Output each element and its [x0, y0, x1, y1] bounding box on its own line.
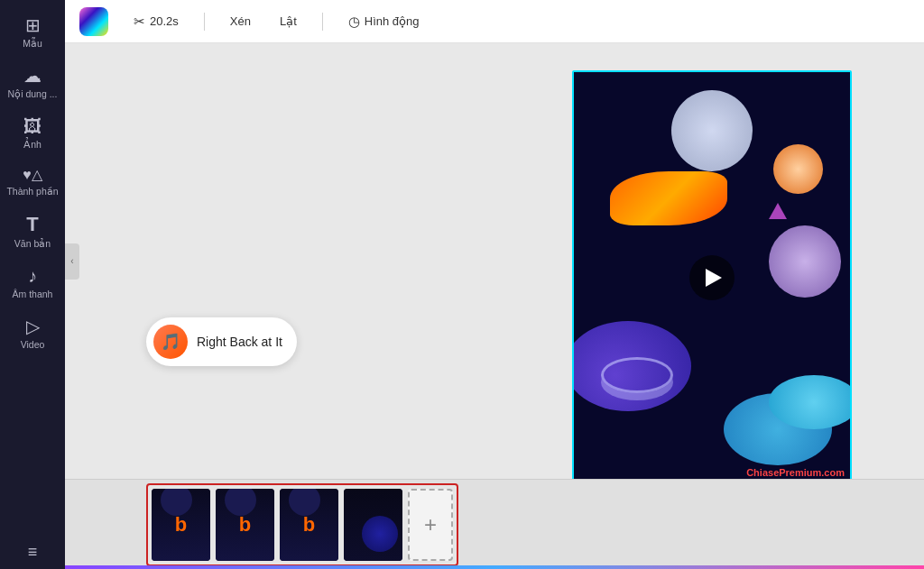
filmstrip-container: b b b: [65, 479, 924, 569]
animation-icon: ◷: [348, 14, 360, 30]
thumb-inner-3: b: [280, 489, 338, 561]
add-slide-button[interactable]: +: [408, 489, 453, 561]
toolbar: ✂ 20.2s Xén Lật ◷ Hình động: [65, 0, 924, 43]
thumb-logo-2: b: [239, 513, 251, 537]
sidebar-label-am-thanh: Âm thanh: [13, 289, 53, 299]
sidebar-label-thanh-phan: Thành phần: [6, 186, 58, 197]
sidebar-label-video: Video: [21, 339, 45, 350]
sidebar-label-van-ban: Văn bản: [14, 238, 51, 249]
filmstrip-thumb-2[interactable]: b: [216, 489, 274, 561]
v-triangle: [769, 203, 787, 219]
filmstrip-thumb-1[interactable]: b: [152, 489, 210, 561]
sidebar-label-mau: Mẫu: [23, 38, 42, 49]
sidebar-item-van-ban[interactable]: T Văn bản: [0, 206, 65, 258]
lat-label: Lật: [280, 14, 297, 28]
add-icon: +: [424, 512, 437, 537]
v-circle-7: [769, 375, 850, 429]
elements-icon: ♥△: [23, 168, 42, 182]
duration-label: 20.2s: [150, 14, 179, 28]
lat-button[interactable]: Lật: [269, 10, 308, 32]
filmstrip-thumb-4[interactable]: [344, 489, 402, 561]
hinh-dong-button[interactable]: ◷ Hình động: [337, 9, 430, 34]
sidebar-item-video[interactable]: ▷ Video: [0, 308, 65, 359]
content-area: ‹ ChiasePremium.com: [65, 43, 924, 479]
content-icon: ☁: [23, 67, 42, 85]
thumb-logo-1: b: [175, 513, 187, 537]
canva-logo[interactable]: [79, 7, 108, 36]
toolbar-divider-2: [322, 13, 323, 31]
text-icon: T: [26, 215, 38, 234]
thumb-inner-1: b: [152, 489, 210, 561]
scissors-icon: ✂: [134, 14, 145, 30]
sidebar-label-anh: Ảnh: [23, 139, 42, 150]
sidebar-item-noi-dung[interactable]: ☁ Nội dung ...: [0, 58, 65, 108]
thumb-bg-3: [225, 489, 256, 516]
v-circle-2: [773, 144, 823, 194]
filmstrip: b b b: [146, 483, 458, 566]
bottom-gradient-bar: [65, 565, 924, 569]
thumb-bg-2: [183, 534, 206, 556]
thumb-inner-4: [344, 489, 402, 561]
play-button[interactable]: [689, 255, 735, 300]
sidebar-item-anh[interactable]: 🖼 Ảnh: [0, 108, 65, 159]
image-icon: 🖼: [23, 117, 42, 135]
audio-icon: ♪: [28, 267, 37, 285]
thumb-bg-4: [289, 489, 320, 516]
template-icon: ⊞: [25, 16, 41, 34]
filmstrip-thumb-3[interactable]: b: [280, 489, 338, 561]
cut-button[interactable]: ✂ 20.2s: [123, 9, 189, 34]
sidebar-item-thanh-phan[interactable]: ♥△ Thành phần: [0, 159, 65, 206]
music-pill-label: Right Back at It: [197, 335, 282, 349]
v-circle-1: [671, 90, 753, 171]
music-icon: 🎵: [153, 325, 188, 359]
canvas-area: ‹ ChiasePremium.com: [65, 43, 924, 479]
video-preview[interactable]: ChiasePremium.com: [572, 70, 852, 479]
v-circle-3: [610, 171, 727, 225]
sidebar-item-am-thanh[interactable]: ♪ Âm thanh: [0, 258, 65, 308]
watermark: ChiasePremium.com: [746, 467, 845, 478]
xen-label: Xén: [230, 14, 251, 28]
thumb-logo-3: b: [303, 513, 315, 537]
sidebar-item-mau[interactable]: ⊞ Mẫu: [0, 7, 65, 58]
v-spiral: [601, 357, 673, 393]
texture-icon: ≡: [28, 544, 38, 560]
xen-button[interactable]: Xén: [219, 10, 262, 32]
thumb-bg-1: [161, 489, 192, 516]
v-circle-4: [769, 225, 841, 298]
video-inner: ChiasePremium.com: [574, 72, 850, 479]
sidebar-label-noi-dung: Nội dung ...: [8, 88, 58, 99]
music-pill[interactable]: 🎵 Right Back at It: [146, 317, 297, 366]
video-icon: ▷: [26, 317, 40, 335]
collapse-panel-button[interactable]: ‹: [65, 243, 79, 280]
sidebar-item-texture[interactable]: ≡: [0, 535, 65, 569]
sidebar: ⊞ Mẫu ☁ Nội dung ... 🖼 Ảnh ♥△ Thành phần…: [0, 0, 65, 569]
main-area: ✂ 20.2s Xén Lật ◷ Hình động ‹: [65, 0, 924, 569]
toolbar-divider-1: [204, 13, 205, 31]
thumb-inner-2: b: [216, 489, 274, 561]
thumb-circle-dark: [362, 516, 398, 552]
hinh-dong-label: Hình động: [365, 14, 420, 28]
